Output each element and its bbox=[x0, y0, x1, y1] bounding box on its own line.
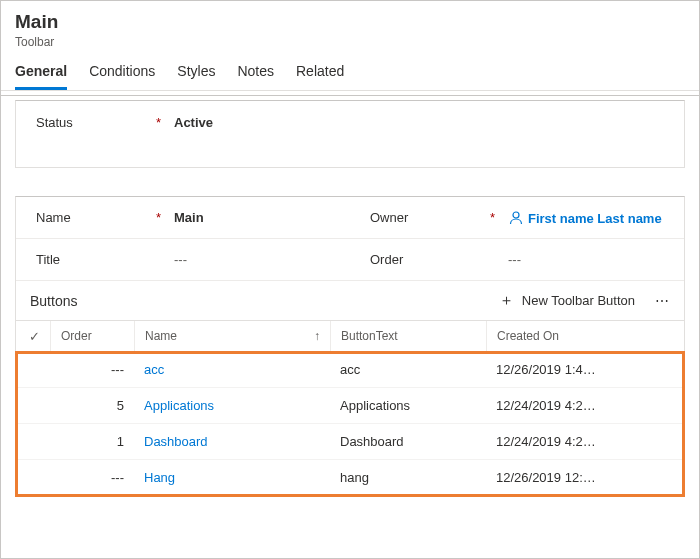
cell-name: Hang bbox=[134, 460, 330, 495]
cell-buttontext: Dashboard bbox=[330, 424, 486, 459]
owner-label: Owner bbox=[360, 210, 490, 225]
col-buttontext[interactable]: ButtonText bbox=[330, 321, 486, 351]
cell-createdon: 12/24/2019 4:2… bbox=[486, 424, 684, 459]
plus-icon: ＋ bbox=[499, 291, 514, 310]
grid-body: --- acc acc 12/26/2019 1:4… 5 Applicatio… bbox=[16, 352, 684, 496]
page-subtitle: Toolbar bbox=[15, 35, 685, 49]
cell-order: 1 bbox=[50, 424, 134, 459]
tab-notes[interactable]: Notes bbox=[237, 63, 274, 90]
tabs: General Conditions Styles Notes Related bbox=[1, 49, 699, 91]
col-order[interactable]: Order bbox=[50, 321, 134, 351]
grid-header: ✓ Order Name ↑ ButtonText Created On bbox=[16, 320, 684, 352]
required-icon: * bbox=[490, 210, 498, 225]
tab-related[interactable]: Related bbox=[296, 63, 344, 90]
title-label: Title bbox=[26, 252, 156, 267]
name-value[interactable]: Main bbox=[174, 210, 340, 225]
cell-createdon: 12/24/2019 4:2… bbox=[486, 388, 684, 423]
title-value[interactable]: --- bbox=[174, 252, 340, 267]
page-title: Main bbox=[15, 11, 685, 33]
link-hang[interactable]: Hang bbox=[144, 470, 175, 485]
owner-value[interactable]: First name Last name bbox=[508, 210, 674, 226]
check-icon: ✓ bbox=[29, 329, 40, 344]
col-name[interactable]: Name ↑ bbox=[134, 321, 330, 351]
order-label: Order bbox=[360, 252, 490, 267]
table-row[interactable]: 1 Dashboard Dashboard 12/24/2019 4:2… bbox=[16, 424, 684, 460]
cell-order: --- bbox=[50, 352, 134, 387]
col-name-label: Name bbox=[145, 329, 177, 343]
status-value[interactable]: Active bbox=[174, 115, 674, 130]
owner-name: First name Last name bbox=[528, 211, 662, 226]
cell-buttontext: hang bbox=[330, 460, 486, 495]
tab-general[interactable]: General bbox=[15, 63, 67, 90]
cell-createdon: 12/26/2019 12:… bbox=[486, 460, 684, 495]
svg-point-0 bbox=[513, 212, 519, 218]
cell-createdon: 12/26/2019 1:4… bbox=[486, 352, 684, 387]
required-icon: * bbox=[156, 115, 164, 130]
cell-buttontext: Applications bbox=[330, 388, 486, 423]
link-acc[interactable]: acc bbox=[144, 362, 164, 377]
table-row[interactable]: 5 Applications Applications 12/24/2019 4… bbox=[16, 388, 684, 424]
status-panel: Status * Active bbox=[15, 100, 685, 168]
tab-conditions[interactable]: Conditions bbox=[89, 63, 155, 90]
buttons-section-label: Buttons bbox=[30, 293, 77, 309]
table-row[interactable]: --- acc acc 12/26/2019 1:4… bbox=[16, 352, 684, 388]
sort-asc-icon: ↑ bbox=[314, 329, 320, 343]
link-dashboard[interactable]: Dashboard bbox=[144, 434, 208, 449]
order-value[interactable]: --- bbox=[508, 252, 674, 267]
new-toolbar-button[interactable]: ＋ New Toolbar Button bbox=[499, 291, 635, 310]
link-applications[interactable]: Applications bbox=[144, 398, 214, 413]
cell-buttontext: acc bbox=[330, 352, 486, 387]
new-toolbar-button-label: New Toolbar Button bbox=[522, 293, 635, 308]
cell-name: Applications bbox=[134, 388, 330, 423]
cell-name: Dashboard bbox=[134, 424, 330, 459]
cell-order: 5 bbox=[50, 388, 134, 423]
table-row[interactable]: --- Hang hang 12/26/2019 12:… bbox=[16, 460, 684, 496]
main-panel: Name * Main Owner * First name Last name… bbox=[15, 196, 685, 497]
status-label: Status bbox=[26, 115, 156, 130]
col-createdon[interactable]: Created On bbox=[486, 321, 684, 351]
person-icon bbox=[508, 210, 524, 226]
select-all-checkbox[interactable]: ✓ bbox=[18, 329, 50, 344]
cell-order: --- bbox=[50, 460, 134, 495]
name-label: Name bbox=[26, 210, 156, 225]
required-icon: * bbox=[156, 210, 164, 225]
tab-styles[interactable]: Styles bbox=[177, 63, 215, 90]
more-actions-button[interactable]: ⋯ bbox=[649, 293, 676, 309]
cell-name: acc bbox=[134, 352, 330, 387]
